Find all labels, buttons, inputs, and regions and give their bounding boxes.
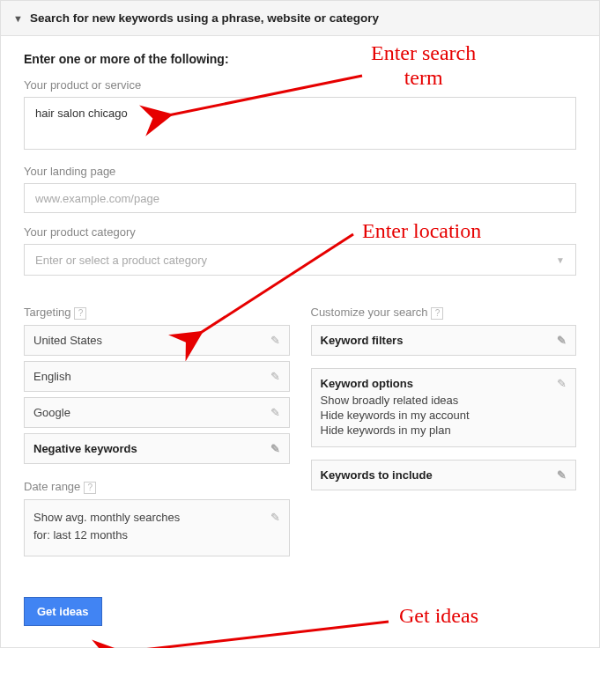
daterange-label: Date range? [24, 480, 290, 494]
targeting-negative[interactable]: Negative keywords ✎ [24, 433, 290, 464]
targeting-label: Targeting? [24, 306, 290, 320]
panel-header[interactable]: ▼ Search for new keywords using a phrase… [1, 1, 599, 36]
landing-page-input[interactable] [24, 183, 576, 213]
targeting-location[interactable]: United States ✎ [24, 325, 290, 356]
pencil-icon: ✎ [557, 334, 567, 347]
category-placeholder: Enter or select a product category [35, 254, 207, 267]
right-column: Customize your search? Keyword filters ✎… [311, 293, 577, 626]
dropdown-arrow-icon: ▼ [556, 255, 565, 265]
pencil-icon: ✎ [270, 406, 280, 419]
help-icon[interactable]: ? [74, 307, 86, 320]
targeting-language[interactable]: English ✎ [24, 361, 290, 392]
daterange-line1: Show avg. monthly searches [33, 509, 280, 527]
keyword-filters-box[interactable]: Keyword filters ✎ [311, 325, 577, 356]
keywords-include-box[interactable]: Keywords to include ✎ [311, 460, 577, 490]
landing-label: Your landing page [24, 165, 576, 178]
targeting-location-value: United States [33, 334, 102, 347]
keyword-option-broadly: Show broadly related ideas [321, 394, 567, 407]
panel-body: Enter one or more of the following: Your… [1, 36, 599, 647]
pencil-icon: ✎ [557, 468, 567, 482]
keyword-options-title: Keyword options [321, 377, 567, 390]
category-label: Your product category [24, 225, 576, 239]
get-ideas-button[interactable]: Get ideas [24, 597, 102, 626]
keyword-options-box[interactable]: ✎ Keyword options Show broadly related i… [311, 368, 577, 447]
product-category-select[interactable]: Enter or select a product category ▼ [24, 244, 576, 276]
pencil-icon: ✎ [270, 334, 280, 347]
pencil-icon: ✎ [270, 442, 280, 455]
keyword-option-hide-plan: Hide keywords in my plan [321, 424, 567, 437]
collapse-caret-icon: ▼ [13, 13, 23, 24]
left-column: Targeting? United States ✎ English ✎ Goo… [24, 293, 290, 626]
help-icon[interactable]: ? [84, 482, 96, 494]
targeting-negative-label: Negative keywords [33, 442, 137, 455]
panel-title: Search for new keywords using a phrase, … [30, 11, 379, 25]
daterange-line2: for: last 12 months [33, 527, 280, 544]
targeting-network[interactable]: Google ✎ [24, 397, 290, 428]
keyword-planner-panel: ▼ Search for new keywords using a phrase… [0, 0, 600, 648]
pencil-icon: ✎ [270, 370, 280, 383]
keyword-filters-title: Keyword filters [321, 334, 404, 347]
keywords-include-title: Keywords to include [321, 468, 433, 482]
pencil-icon: ✎ [270, 509, 280, 527]
daterange-box[interactable]: ✎ Show avg. monthly searches for: last 1… [24, 499, 290, 556]
targeting-language-value: English [33, 370, 71, 383]
pencil-icon: ✎ [557, 377, 567, 390]
keyword-option-hide-account: Hide keywords in my account [321, 409, 567, 422]
customize-label: Customize your search? [311, 306, 577, 320]
help-icon[interactable]: ? [431, 307, 443, 320]
targeting-network-value: Google [33, 406, 70, 419]
intro-title: Enter one or more of the following: [24, 52, 576, 66]
product-label: Your product or service [24, 78, 576, 92]
product-input[interactable] [24, 97, 576, 150]
